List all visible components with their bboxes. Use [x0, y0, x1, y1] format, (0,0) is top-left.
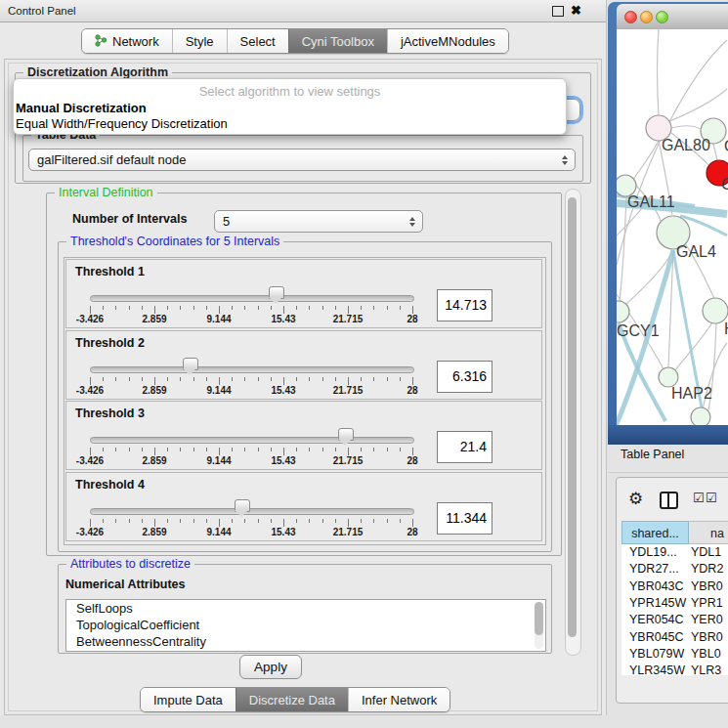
node-label-gal11: GAL11	[627, 193, 675, 210]
threshold-slider-track[interactable]	[90, 508, 414, 515]
threshold-panel-4: Threshold 4-3.4262.8599.14415.4321.71528…	[65, 472, 542, 541]
settings-scrollbar[interactable]	[565, 189, 581, 656]
numerical-attributes-list[interactable]: SelfLoopsTopologicalCoefficientBetweenne…	[65, 599, 546, 652]
column-header-name[interactable]: na	[689, 521, 728, 544]
attribute-item[interactable]: SelfLoops	[66, 600, 545, 617]
cell-shared-name: YDR27...	[629, 561, 679, 578]
table-panel-title: Table Panel	[621, 448, 684, 461]
table-row[interactable]: YER054CYER0	[621, 612, 728, 628]
threshold-slider-thumb[interactable]	[183, 358, 198, 370]
threshold-value-field[interactable]: 6.316	[437, 361, 492, 393]
apply-button[interactable]: Apply	[239, 655, 302, 679]
network-canvas[interactable]: GAL80GCGAL11GAL4GCY1HHAP2	[617, 29, 728, 425]
tick-label: 2.859	[142, 455, 166, 466]
threshold-label: Threshold 3	[75, 407, 145, 420]
close-traffic-light[interactable]	[624, 11, 637, 23]
tab-cyni-toolbox[interactable]: Cyni Toolbox	[288, 29, 387, 53]
tab-select[interactable]: Select	[227, 29, 288, 53]
tab-impute-data[interactable]: Impute Data	[141, 688, 236, 711]
network-icon	[95, 33, 107, 50]
cell-name: YPR1	[691, 595, 723, 612]
number-of-intervals-combobox[interactable]: 5	[214, 210, 423, 233]
table-row[interactable]: YDL19...YDL1	[621, 544, 728, 561]
table-row[interactable]: YBR043CYBR0	[621, 578, 728, 595]
tick-label: -3.426	[76, 527, 104, 537]
network-graph: GAL80GCGAL11GAL4GCY1HHAP2	[617, 29, 728, 425]
checkbox-icon[interactable]: ☑	[693, 491, 705, 505]
group-label-attributes: Attributes to discretize	[66, 557, 194, 571]
network-edge[interactable]	[657, 29, 659, 115]
network-edge[interactable]	[713, 144, 717, 160]
algorithm-dropdown-popup: Select algorithm to view settings Manual…	[13, 78, 567, 135]
settings-scrollbar-thumb[interactable]	[568, 197, 577, 637]
slider-tick-labels: -3.4262.8599.14415.4321.71528	[90, 527, 412, 538]
table-row[interactable]: YPR145WYPR1	[621, 595, 728, 612]
algorithm-placeholder-option[interactable]: Select algorithm to view settings	[14, 84, 566, 99]
tick-label: 15.43	[271, 385, 295, 396]
tick-label: 28	[407, 314, 417, 324]
threshold-slider-thumb[interactable]	[269, 286, 284, 299]
threshold-value-field[interactable]: 11.344	[437, 502, 492, 535]
node-attribute-table[interactable]: shared... na YDL19...YDL1YDR27...YDR2YBR…	[621, 521, 728, 675]
network-view-window[interactable]: GAL80GCGAL11GAL4GCY1HHAP2	[608, 2, 728, 445]
tab-label: Discretize Data	[249, 693, 335, 707]
table-row[interactable]: YLR345WYLR3	[621, 663, 728, 675]
tab-style[interactable]: Style	[172, 29, 227, 53]
panel-title: Control Panel	[8, 0, 76, 21]
threshold-slider-track[interactable]	[90, 366, 414, 373]
bottom-tabbar: Impute DataDiscretize DataInfer Network	[140, 687, 450, 712]
cell-name: YBL0	[691, 646, 721, 663]
cell-name: YLR3	[691, 663, 721, 675]
tab-infer-network[interactable]: Infer Network	[348, 688, 450, 711]
tab-discretize-data[interactable]: Discretize Data	[236, 688, 348, 711]
node-label-hap2: HAP2	[671, 385, 712, 402]
number-of-intervals-label: Number of Intervals	[72, 212, 187, 226]
threshold-value-field[interactable]: 21.4	[437, 431, 492, 463]
network-window-frame	[608, 425, 728, 445]
column-header-shared-name[interactable]: shared...	[621, 521, 689, 544]
threshold-slider-thumb[interactable]	[338, 428, 354, 441]
group-label-thresholds: Threshold's Coordinates for 5 Intervals	[66, 235, 283, 248]
threshold-slider-thumb[interactable]	[235, 499, 250, 512]
minimize-traffic-light[interactable]	[640, 11, 653, 23]
cell-name: YBR0	[691, 629, 723, 646]
tab-network[interactable]: Network	[82, 29, 172, 53]
table-data-combobox[interactable]: galFiltered.sif default node	[28, 149, 576, 171]
network-edge[interactable]	[665, 89, 727, 123]
network-edge[interactable]	[671, 126, 701, 129]
table-panel-card: ⚙ ☑ ☑ shared... na YDL19...YDL1YDR27...Y…	[616, 477, 728, 704]
attribute-item[interactable]: TopologicalCoefficient	[66, 617, 545, 633]
tick-label: 9.144	[206, 314, 231, 324]
algorithm-option-manual[interactable]: Manual Discretization	[16, 101, 147, 115]
slider-tick-labels: -3.4262.8599.14415.4321.71528	[90, 385, 412, 397]
threshold-slider-track[interactable]	[90, 437, 414, 444]
split-columns-icon[interactable]	[660, 492, 678, 509]
network-window-titlebar[interactable]	[617, 4, 728, 30]
group-label-interval-definition: Interval Definition	[55, 186, 157, 199]
attribute-item[interactable]: BetweennessCentrality	[66, 633, 545, 650]
slider-tick-labels: -3.4262.8599.14415.4321.71528	[90, 314, 412, 325]
gear-icon[interactable]: ⚙	[628, 489, 643, 508]
algorithm-option-equal-width[interactable]: Equal Width/Frequency Discretization	[16, 116, 228, 131]
network-node[interactable]	[691, 407, 710, 425]
network-node-hap2[interactable]	[659, 367, 678, 387]
threshold-panel-3: Threshold 3-3.4262.8599.14415.4321.71528…	[65, 401, 542, 470]
tick-label: 21.715	[333, 314, 364, 324]
table-row[interactable]: YDR27...YDR2	[621, 561, 728, 578]
threshold-slider-track[interactable]	[90, 295, 414, 302]
table-row[interactable]: YBR045CYBR0	[621, 629, 728, 646]
attributes-scrollbar-thumb[interactable]	[535, 602, 543, 635]
numerical-attributes-header: Numerical Attributes	[65, 578, 185, 591]
network-node-gcy1[interactable]	[617, 301, 629, 322]
node-label-c: C	[721, 176, 728, 193]
close-icon[interactable]: ✖	[571, 3, 581, 18]
zoom-traffic-light[interactable]	[656, 11, 668, 23]
threshold-value-field[interactable]: 14.713	[437, 289, 492, 321]
attributes-scrollbar[interactable]	[535, 602, 543, 649]
table-row[interactable]: YBL079WYBL0	[621, 646, 728, 663]
node-label-h: H	[724, 321, 728, 337]
checkbox-icon[interactable]: ☑	[706, 491, 717, 505]
float-window-icon[interactable]	[552, 6, 564, 17]
tab-jactivemnodules[interactable]: jActiveMNodules	[387, 29, 508, 53]
tab-label: Impute Data	[153, 693, 223, 707]
